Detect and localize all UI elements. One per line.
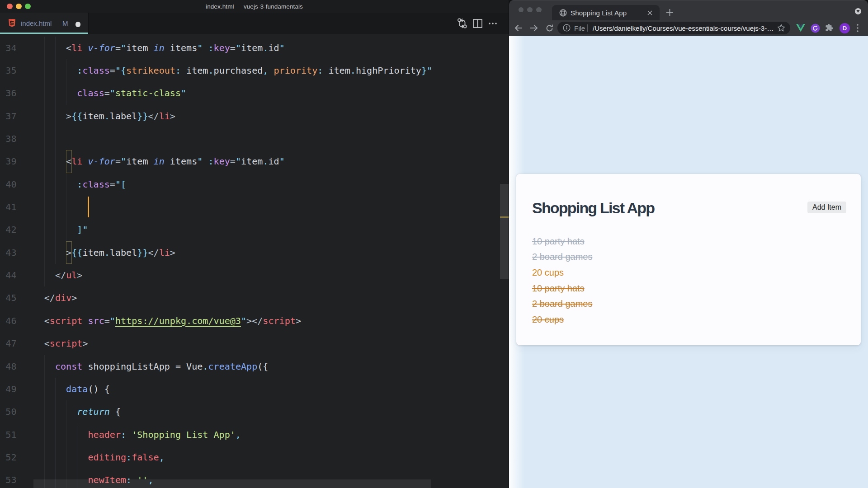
vscode-titlebar: index.html — vuejs-3-fundamentals <box>0 0 509 13</box>
indent-guide <box>66 400 66 423</box>
indent-guide <box>55 82 56 104</box>
back-button[interactable] <box>513 20 524 36</box>
indent-guide <box>44 173 45 196</box>
indent-guide <box>44 37 45 59</box>
indent-guide <box>44 150 45 173</box>
editor-vertical-scrollbar[interactable] <box>500 184 509 279</box>
line-number: 42 <box>0 218 17 241</box>
code-text: <li v-for="item in items" :key="item.id" <box>66 37 285 59</box>
overview-cursor-marker <box>500 216 509 218</box>
close-tab-icon[interactable] <box>645 8 654 17</box>
indent-guide <box>55 59 56 82</box>
zoom-window-button[interactable] <box>536 7 542 13</box>
indent-guide <box>44 218 45 241</box>
line-number: 45 <box>0 286 17 309</box>
vscode-tab-index-html[interactable]: index.html M <box>0 13 89 34</box>
shopping-list-item[interactable]: 20 cups <box>532 265 592 281</box>
code-text: <script src="https://unpkg.com/vue@3"></… <box>44 310 301 332</box>
shopping-list-item[interactable]: 2 board games <box>532 296 592 312</box>
tab-search-button[interactable] <box>855 8 861 14</box>
line-number: 46 <box>0 310 17 332</box>
code-line-44: 44</ul> <box>0 264 509 286</box>
line-number: 43 <box>0 241 17 264</box>
indent-guide <box>55 173 56 196</box>
line-number: 47 <box>0 332 17 355</box>
indent-guide <box>44 241 45 264</box>
chrome-toolbar: File /Users/danielkelly/Courses/vue-esse… <box>509 20 868 36</box>
indent-guide <box>55 196 56 218</box>
code-text: header: 'Shopping List App', <box>88 423 241 446</box>
code-line-45: 45</div> <box>0 286 509 309</box>
reload-button[interactable] <box>544 20 555 36</box>
code-line-37: 37>{{item.label}}</li> <box>0 105 509 127</box>
site-info-icon[interactable] <box>563 24 571 32</box>
code-line-36: 36class="static-class" <box>0 82 509 104</box>
indent-guide <box>55 241 56 264</box>
vscode-window: index.html — vuejs-3-fundamentals index.… <box>0 0 509 488</box>
bracket-match-box <box>66 150 72 173</box>
line-number: 40 <box>0 173 17 196</box>
extensions-puzzle-icon[interactable] <box>822 20 835 36</box>
indent-guide <box>44 378 45 400</box>
bracket-match-box <box>66 241 72 264</box>
code-text: ]" <box>77 218 88 241</box>
close-window-button[interactable] <box>519 7 524 13</box>
code-text: return { <box>77 400 121 423</box>
line-number: 52 <box>0 446 17 469</box>
shopping-list-item[interactable]: 20 cups <box>532 312 592 328</box>
code-text: >{{item.label}}</li> <box>66 105 175 127</box>
globe-favicon-icon <box>559 9 567 19</box>
code-line-47: 47<script> <box>0 332 509 355</box>
code-text: </div> <box>44 286 77 309</box>
url-separator <box>587 24 588 32</box>
open-changes-icon[interactable] <box>454 13 470 34</box>
shopping-list-item[interactable]: 10 party hats <box>532 234 592 249</box>
indent-guide <box>55 400 56 423</box>
chrome-tab-title: Shopping List App <box>571 5 627 20</box>
chrome-tabstrip: Shopping List App <box>509 0 868 20</box>
editor-cursor <box>88 197 89 217</box>
line-number: 36 <box>0 82 17 104</box>
chrome-traffic-lights <box>519 7 542 13</box>
code-line-42: 42]" <box>0 218 509 241</box>
url-text[interactable]: /Users/danielkelly/Courses/vue-essential… <box>593 22 774 34</box>
code-line-34: 34<li v-for="item in items" :key="item.i… <box>0 37 509 59</box>
minimize-window-button[interactable] <box>527 7 533 13</box>
chrome-menu-icon[interactable] <box>852 20 863 36</box>
address-bar[interactable]: File /Users/danielkelly/Courses/vue-esse… <box>557 22 790 34</box>
line-number: 50 <box>0 400 17 423</box>
split-editor-icon[interactable] <box>470 13 485 34</box>
purple-extension-icon[interactable] <box>808 20 822 36</box>
line-number: 37 <box>0 105 17 127</box>
more-actions-icon[interactable] <box>485 13 500 34</box>
new-tab-button[interactable] <box>666 9 674 16</box>
add-item-button[interactable]: Add Item <box>807 202 846 213</box>
code-line-49: 49data() { <box>0 378 509 400</box>
chrome-active-tab[interactable]: Shopping List App <box>552 5 660 20</box>
forward-button[interactable] <box>528 20 539 36</box>
unsaved-dot-icon[interactable] <box>75 22 81 27</box>
vue-devtools-icon[interactable] <box>794 20 807 36</box>
indent-guide <box>55 37 56 59</box>
browser-viewport: Shopping List App Add Item 10 party hats… <box>509 36 868 488</box>
shopping-list-item[interactable]: 2 board games <box>532 249 592 265</box>
line-number: 49 <box>0 378 17 400</box>
editor-horizontal-scrollbar[interactable] <box>33 479 431 488</box>
code-text: :class="[ <box>77 173 126 196</box>
indent-guide <box>55 423 56 446</box>
indent-guide <box>66 446 66 469</box>
indent-guide <box>44 264 45 286</box>
line-number: 39 <box>0 150 17 173</box>
indent-guide <box>44 105 45 127</box>
code-line-41: 41 <box>0 196 509 218</box>
profile-avatar[interactable]: D <box>840 23 850 33</box>
line-number: 53 <box>0 469 17 488</box>
page-title: Shopping List App <box>532 200 654 216</box>
vscode-editor[interactable]: 34<li v-for="item in items" :key="item.i… <box>0 34 509 488</box>
indent-guide <box>66 218 66 241</box>
shopping-list-item[interactable]: 10 party hats <box>532 281 592 296</box>
code-line-43: 43>{{item.label}}</li> <box>0 241 509 264</box>
bookmark-star-icon[interactable] <box>777 24 785 32</box>
indent-guide <box>44 446 45 469</box>
indent-guide <box>66 196 66 218</box>
